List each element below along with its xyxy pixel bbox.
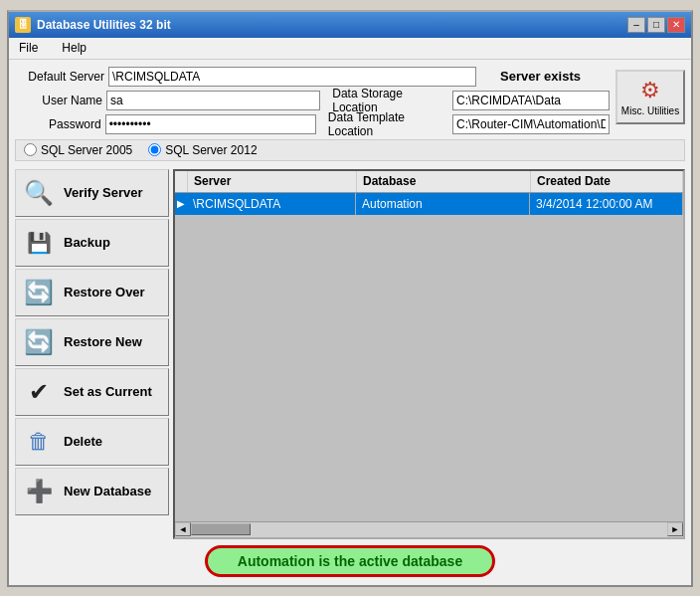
default-server-label: Default Server — [15, 70, 104, 84]
backup-icon: 💾 — [22, 226, 56, 260]
set-as-current-button[interactable]: ✔ Set as Current — [15, 368, 169, 416]
set-as-current-label: Set as Current — [64, 384, 152, 399]
restore-over-label: Restore Over — [64, 285, 145, 299]
username-label: User Name — [15, 94, 102, 107]
set-as-current-icon: ✔ — [22, 375, 56, 409]
sql-2012-radio-label[interactable]: SQL Server 2012 — [148, 143, 257, 157]
status-message: Automation is the active database — [205, 545, 495, 577]
main-window: 🗄 Database Utilities 32 bit – □ ✕ File H… — [7, 10, 693, 587]
title-bar: 🗄 Database Utilities 32 bit – □ ✕ — [9, 12, 691, 38]
row-arrow: ▶ — [175, 198, 187, 209]
password-input[interactable] — [105, 114, 316, 134]
data-template-input[interactable] — [452, 114, 610, 134]
restore-new-icon: 🔄 — [22, 325, 56, 359]
arrow-col-header — [175, 171, 188, 192]
close-button[interactable]: ✕ — [667, 17, 685, 33]
minimize-button[interactable]: – — [627, 17, 645, 33]
username-input[interactable] — [106, 91, 320, 110]
misc-utilities-label: Misc. Utilities — [621, 105, 679, 116]
scroll-left-button[interactable]: ◄ — [175, 522, 191, 536]
server-cell: \RCIMSQLDATA — [187, 193, 356, 215]
scroll-right-button[interactable]: ► — [667, 522, 683, 536]
database-column-header: Database — [357, 171, 531, 192]
default-server-input[interactable] — [108, 67, 476, 87]
data-template-label: Data Template Location — [328, 110, 448, 138]
default-server-row: Default Server Server exists — [15, 66, 610, 88]
window-title: Database Utilities 32 bit — [37, 18, 171, 32]
restore-over-button[interactable]: 🔄 Restore Over — [15, 269, 169, 316]
backup-label: Backup — [64, 235, 110, 250]
sql-2005-radio[interactable] — [24, 143, 37, 156]
table-body: ▶ \RCIMSQLDATA Automation 3/4/2014 12:00… — [175, 193, 683, 521]
database-cell: Automation — [356, 193, 530, 215]
scrollbar-thumb[interactable] — [191, 523, 251, 535]
content-area: Default Server Server exists User Name D… — [9, 60, 691, 585]
status-bar: Automation is the active database — [15, 543, 685, 579]
menu-help[interactable]: Help — [56, 39, 92, 57]
delete-button[interactable]: 🗑 Delete — [15, 418, 169, 466]
created-date-cell: 3/4/2014 12:00:00 AM — [530, 193, 683, 215]
new-database-label: New Database — [64, 484, 151, 498]
password-label: Password — [15, 117, 101, 131]
verify-server-icon: 🔍 — [22, 176, 56, 210]
maximize-button[interactable]: □ — [647, 17, 665, 33]
fields-section: Default Server Server exists User Name D… — [15, 66, 610, 135]
data-area: Server Database Created Date ▶ \RCIMSQLD… — [173, 169, 685, 539]
table-header: Server Database Created Date — [175, 171, 683, 193]
sidebar: 🔍 Verify Server 💾 Backup 🔄 Restore Over … — [15, 169, 169, 539]
data-storage-input[interactable] — [452, 91, 610, 110]
table-row[interactable]: ▶ \RCIMSQLDATA Automation 3/4/2014 12:00… — [175, 193, 683, 215]
sql-2012-radio[interactable] — [148, 143, 161, 156]
misc-utilities-icon: ⚙ — [640, 78, 660, 103]
restore-new-button[interactable]: 🔄 Restore New — [15, 318, 169, 366]
misc-utilities-button[interactable]: ⚙ Misc. Utilities — [615, 70, 685, 124]
menu-file[interactable]: File — [13, 39, 44, 57]
sql-2005-radio-label[interactable]: SQL Server 2005 — [24, 143, 132, 157]
username-row: User Name Data Storage Location — [15, 90, 610, 111]
password-row: Password Data Template Location — [15, 113, 610, 135]
backup-button[interactable]: 💾 Backup — [15, 219, 169, 267]
menubar: File Help — [9, 38, 691, 60]
server-exists-label: Server exists — [500, 69, 581, 84]
new-database-icon: ➕ — [22, 475, 56, 508]
scrollbar-track[interactable] — [191, 522, 667, 536]
restore-new-label: Restore New — [64, 334, 142, 349]
verify-server-label: Verify Server — [64, 185, 143, 200]
sql-version-radio-row: SQL Server 2005 SQL Server 2012 — [15, 139, 685, 161]
delete-icon: 🗑 — [22, 425, 56, 459]
title-controls: – □ ✕ — [627, 17, 685, 33]
new-database-button[interactable]: ➕ New Database — [15, 468, 169, 515]
server-column-header: Server — [188, 171, 357, 192]
created-date-column-header: Created Date — [531, 171, 683, 192]
main-section: 🔍 Verify Server 💾 Backup 🔄 Restore Over … — [15, 169, 685, 539]
title-bar-left: 🗄 Database Utilities 32 bit — [15, 17, 171, 33]
verify-server-button[interactable]: 🔍 Verify Server — [15, 169, 169, 217]
horizontal-scrollbar[interactable]: ◄ ► — [175, 521, 683, 537]
delete-label: Delete — [64, 434, 102, 449]
restore-over-icon: 🔄 — [22, 276, 56, 309]
app-icon: 🗄 — [15, 17, 31, 33]
